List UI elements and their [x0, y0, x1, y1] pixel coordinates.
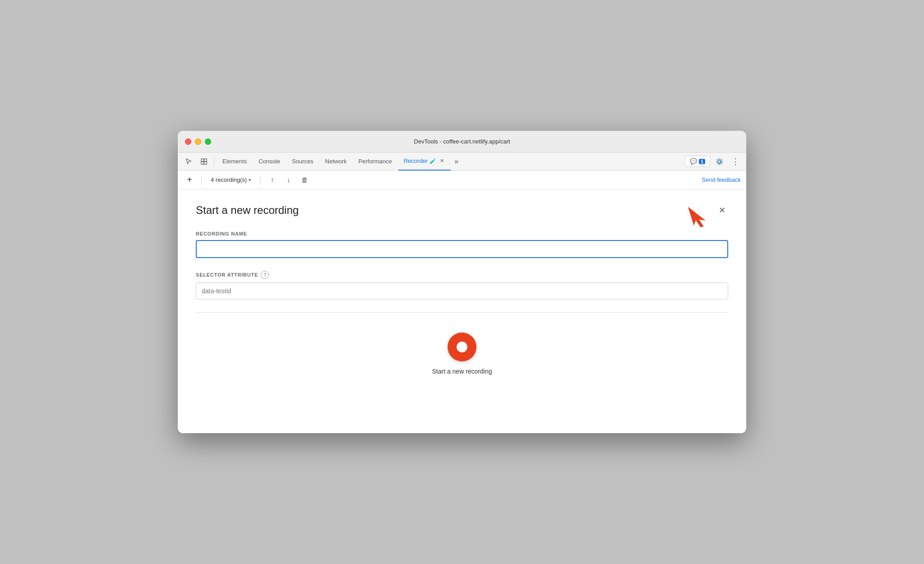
devtools-window: DevTools - coffee-cart.netlify.app/cart …: [178, 131, 746, 433]
svg-rect-1: [204, 162, 207, 164]
recording-name-group: RECORDING NAME: [196, 231, 728, 258]
delete-icon: 🗑: [301, 176, 308, 184]
more-options-button[interactable]: ⋮: [728, 154, 743, 169]
recorder-tab-label: Recorder: [404, 157, 428, 164]
selector-attribute-group: SELECTOR ATTRIBUTE ?: [196, 271, 728, 300]
svg-rect-3: [204, 159, 207, 162]
recorder-toolbar-divider2: [260, 175, 260, 185]
delete-button[interactable]: 🗑: [298, 174, 311, 186]
comment-icon: 💬: [690, 158, 697, 165]
form-title: Start a new recording: [196, 204, 299, 217]
toolbar-right: 💬 1 ⚙️ ⋮: [685, 154, 743, 169]
tab-performance[interactable]: Performance: [353, 153, 397, 171]
inspect-tool-button[interactable]: [197, 154, 211, 169]
record-button-label: Start a new recording: [432, 368, 492, 375]
tab-recorder[interactable]: Recorder 🧪 ✕: [398, 153, 451, 171]
more-tabs-button[interactable]: »: [452, 154, 461, 169]
minimize-traffic-light[interactable]: [195, 139, 201, 145]
tab-network[interactable]: Network: [320, 153, 352, 171]
record-inner-dot: [457, 342, 467, 352]
selector-attribute-input[interactable]: [196, 282, 728, 300]
tab-console[interactable]: Console: [253, 153, 286, 171]
flask-icon: 🧪: [430, 158, 436, 164]
tab-sources[interactable]: Sources: [286, 153, 319, 171]
tab-elements[interactable]: Elements: [217, 153, 252, 171]
recording-name-label: RECORDING NAME: [196, 231, 728, 236]
start-recording-button[interactable]: [448, 333, 476, 361]
recorder-tab-close[interactable]: ✕: [438, 157, 445, 165]
send-feedback-link[interactable]: Send feedback: [702, 176, 741, 183]
close-traffic-light[interactable]: [185, 139, 191, 145]
export-button[interactable]: ↑: [266, 174, 278, 186]
maximize-traffic-light[interactable]: [205, 139, 211, 145]
export-icon: ↑: [270, 176, 274, 184]
cursor-tool-button[interactable]: [181, 154, 196, 169]
recorder-toolbar-divider: [201, 175, 202, 185]
svg-rect-2: [201, 162, 204, 164]
recorder-toolbar: + 4 recording(s) ▾ ↑ ↓ 🗑 Send feedback: [178, 171, 746, 190]
form-header: Start a new recording ✕: [196, 204, 728, 217]
import-button[interactable]: ↓: [282, 174, 295, 186]
recording-name-input[interactable]: [196, 240, 728, 258]
devtools-nav: Elements Console Sources Network Perform…: [178, 153, 746, 171]
close-icon: ✕: [719, 205, 725, 215]
help-icon[interactable]: ?: [261, 271, 269, 279]
add-recording-button[interactable]: +: [183, 174, 196, 186]
selector-attribute-label: SELECTOR ATTRIBUTE: [196, 272, 258, 277]
traffic-lights: [185, 139, 211, 145]
dropdown-chevron-icon: ▾: [249, 177, 251, 182]
settings-button[interactable]: ⚙️: [712, 154, 726, 169]
recordings-count-label: 4 recording(s): [211, 176, 247, 183]
svg-rect-0: [201, 159, 204, 162]
selector-label-row: SELECTOR ATTRIBUTE ?: [196, 271, 728, 279]
form-divider: [196, 312, 728, 313]
import-icon: ↓: [286, 176, 290, 184]
title-bar: DevTools - coffee-cart.netlify.app/cart: [178, 131, 746, 153]
main-content: Start a new recording ✕ RECORDING NAME S…: [178, 190, 746, 433]
more-options-icon: ⋮: [731, 157, 739, 166]
record-section: Start a new recording: [196, 324, 728, 379]
window-title: DevTools - coffee-cart.netlify.app/cart: [414, 138, 510, 145]
comment-button[interactable]: 💬 1: [685, 156, 710, 167]
recordings-dropdown-button[interactable]: 4 recording(s) ▾: [207, 175, 254, 185]
close-form-button[interactable]: ✕: [716, 204, 728, 217]
arrow-indicator: [684, 202, 716, 231]
nav-divider: [214, 157, 214, 166]
settings-icon: ⚙️: [716, 158, 723, 165]
comment-count: 1: [699, 159, 705, 164]
